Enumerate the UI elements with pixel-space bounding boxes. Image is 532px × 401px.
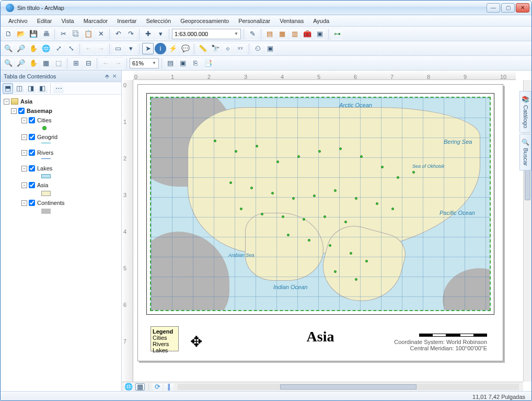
find-icon[interactable]: 🔭 <box>210 43 221 54</box>
collapse-icon[interactable]: − <box>21 182 27 188</box>
search-window-icon[interactable]: ▥ <box>289 28 300 40</box>
map-frame[interactable]: /* injected below */ Arctic Ocean Bering… <box>146 93 494 315</box>
layer-checkbox[interactable] <box>29 134 35 140</box>
zoom-out-icon[interactable]: 🔎 <box>15 43 27 54</box>
select-elements-icon[interactable]: ➤ <box>142 43 154 54</box>
goto-xy-icon[interactable]: XY <box>235 43 246 54</box>
collapse-icon[interactable]: − <box>21 166 27 171</box>
layout-zoom-out-icon[interactable]: 🔎 <box>15 58 27 69</box>
layout-zoom-in-icon[interactable]: 🔍 <box>3 58 14 69</box>
undo-icon[interactable]: ↶ <box>112 28 124 40</box>
toggle-draft-icon[interactable]: ▤ <box>165 58 176 69</box>
pin-icon[interactable]: ⬘ <box>103 73 111 79</box>
fixed-zoom-out-icon[interactable]: ⤡ <box>65 43 77 54</box>
tab-buscar[interactable]: 🔍Buscar <box>519 134 531 170</box>
cut-icon[interactable]: ✂ <box>57 28 69 40</box>
layout-fixed-zoom-in-icon[interactable]: ⊞ <box>70 58 82 69</box>
maximize-button[interactable]: ▢ <box>501 3 515 13</box>
zoom-whole-page-icon[interactable]: ▦ <box>40 58 52 69</box>
group-basemap[interactable]: − Basemap <box>2 106 120 116</box>
copy-icon[interactable]: ⿻ <box>70 28 82 40</box>
map-dataframe[interactable]: /* injected below */ Arctic Ocean Bering… <box>150 97 491 311</box>
horizontal-scrollbar[interactable] <box>178 384 519 390</box>
close-button[interactable]: ✕ <box>516 3 529 13</box>
collapse-icon[interactable]: − <box>4 99 9 105</box>
menu-vista[interactable]: Vista <box>56 16 78 26</box>
list-by-drawing-order-icon[interactable]: ⬒ <box>3 83 13 94</box>
model-builder-icon[interactable]: ⊶ <box>331 28 343 40</box>
forward-icon[interactable]: → <box>95 43 107 54</box>
editor-toolbar-icon[interactable]: ✎ <box>247 28 258 40</box>
layer-asia[interactable]: −Asia <box>2 180 120 190</box>
menu-insertar[interactable]: Insertar <box>112 16 141 26</box>
menu-geoprocesamiento[interactable]: Geoprocesamiento <box>176 16 234 26</box>
menu-ventanas[interactable]: Ventanas <box>275 16 308 26</box>
pause-drawing-icon[interactable]: ‖ <box>164 383 174 391</box>
layout-view-icon[interactable]: ▦ <box>135 383 145 391</box>
collapse-icon[interactable]: − <box>21 134 27 140</box>
python-icon[interactable]: ▣ <box>314 28 326 40</box>
close-panel-icon[interactable]: ✕ <box>111 73 118 79</box>
menu-seleccion[interactable]: Selección <box>141 16 176 26</box>
time-slider-icon[interactable]: ⏲ <box>252 43 263 54</box>
minimize-button[interactable]: — <box>487 3 500 13</box>
page[interactable]: /* injected below */ Arctic Ocean Bering… <box>137 84 503 361</box>
html-popup-icon[interactable]: 💬 <box>180 43 191 54</box>
layer-geogrid[interactable]: −Geogrid <box>2 132 120 142</box>
hyperlink-icon[interactable]: ⚡ <box>167 43 179 54</box>
layout-back-icon[interactable]: ← <box>100 58 111 69</box>
layer-rivers[interactable]: −Rivers <box>2 148 120 157</box>
pan-icon[interactable]: ✋ <box>28 43 39 54</box>
layer-checkbox[interactable] <box>29 165 35 171</box>
add-data-dropdown-icon[interactable]: ▾ <box>155 28 166 40</box>
delete-icon[interactable]: ✕ <box>95 28 107 40</box>
legend[interactable]: Legend Cities Rivers Lakes <box>151 326 179 351</box>
layout-fixed-zoom-out-icon[interactable]: ⊟ <box>83 58 94 69</box>
menu-ayuda[interactable]: Ayuda <box>308 16 334 26</box>
viewer-window-icon[interactable]: ▣ <box>264 43 276 54</box>
data-view-icon[interactable]: 🌐 <box>124 383 133 391</box>
layer-cities[interactable]: −Cities <box>2 116 120 125</box>
scale-bar[interactable] <box>419 334 487 337</box>
focus-dataframe-icon[interactable]: ▣ <box>177 58 189 69</box>
layer-checkbox[interactable] <box>29 150 35 156</box>
list-by-visibility-icon[interactable]: ◨ <box>26 83 36 94</box>
collapse-icon[interactable]: − <box>21 150 27 156</box>
collapse-icon[interactable]: − <box>11 108 17 114</box>
measure-icon[interactable]: 📏 <box>197 43 209 54</box>
layer-checkbox[interactable] <box>29 200 35 206</box>
group-checkbox[interactable] <box>18 108 25 114</box>
layout-forward-icon[interactable]: → <box>112 58 124 69</box>
new-icon[interactable]: 🗋 <box>3 28 14 40</box>
toc-options-icon[interactable]: ⋯ <box>53 83 64 94</box>
find-route-icon[interactable]: ⟐ <box>222 43 234 54</box>
clear-selection-icon[interactable]: ▾ <box>125 43 136 54</box>
list-by-source-icon[interactable]: ◫ <box>14 83 25 94</box>
scale-input[interactable]: 1:63.000.000▼ <box>172 29 241 39</box>
catalog-window-icon[interactable]: ▦ <box>276 28 288 40</box>
save-icon[interactable]: 💾 <box>28 28 39 40</box>
full-extent-icon[interactable]: 🌐 <box>40 43 52 54</box>
tab-catalogo[interactable]: 📚Catálogo <box>519 91 531 133</box>
layer-checkbox[interactable] <box>29 182 35 188</box>
fixed-zoom-in-icon[interactable]: ⤢ <box>53 43 64 54</box>
north-arrow[interactable]: ✥ <box>190 333 202 350</box>
paste-icon[interactable]: 📋 <box>83 28 94 40</box>
change-layout-icon[interactable]: ⎘ <box>190 58 201 69</box>
back-icon[interactable]: ← <box>83 43 94 54</box>
redo-icon[interactable]: ↷ <box>125 28 136 40</box>
map-title[interactable]: Asia <box>307 328 334 345</box>
collapse-icon[interactable]: − <box>21 200 27 206</box>
refresh-icon[interactable]: ⟳ <box>153 383 162 391</box>
layer-checkbox[interactable] <box>29 117 35 123</box>
toc-icon[interactable]: ▤ <box>264 28 275 40</box>
layer-lakes[interactable]: −Lakes <box>2 164 120 173</box>
dataframe-asia[interactable]: − Asia <box>2 97 120 106</box>
menu-personalizar[interactable]: Personalizar <box>234 16 275 26</box>
print-icon[interactable]: 🖶 <box>40 28 52 40</box>
menu-editar[interactable]: Editar <box>32 16 57 26</box>
add-data-icon[interactable]: ✚ <box>142 28 154 40</box>
menu-marcador[interactable]: Marcador <box>79 16 112 26</box>
menu-archivo[interactable]: Archivo <box>4 16 32 26</box>
layout-pan-icon[interactable]: ✋ <box>28 58 39 69</box>
